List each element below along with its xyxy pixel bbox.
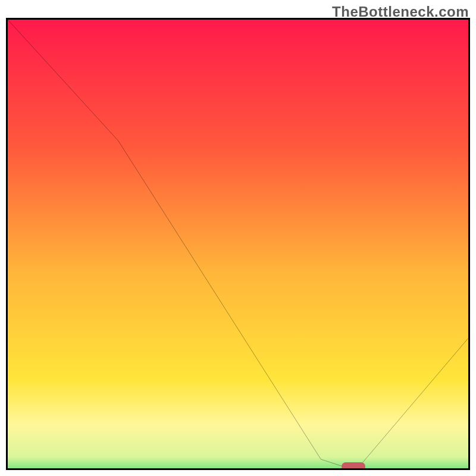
bottleneck-curve xyxy=(8,20,468,468)
plot-frame xyxy=(6,18,470,470)
chart-container: TheBottleneck.com xyxy=(0,0,476,476)
optimal-marker xyxy=(342,462,365,470)
